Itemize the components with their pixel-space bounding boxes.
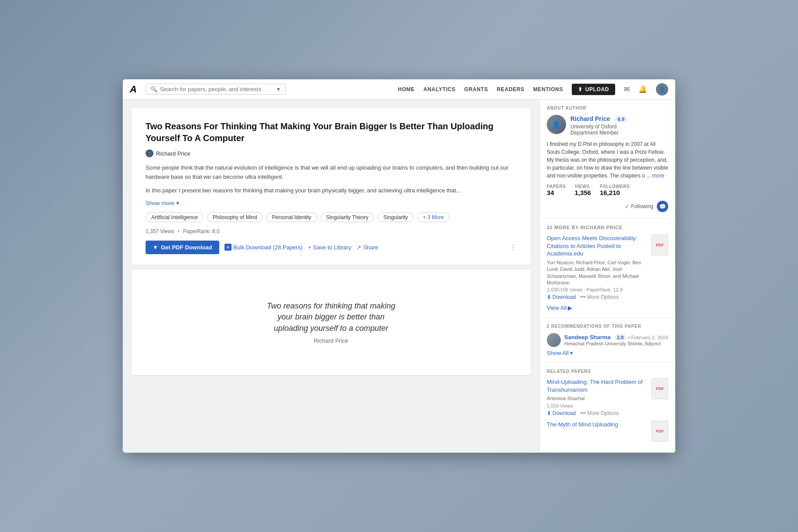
about-author-label: ABOUT AUTHOR	[547, 106, 668, 110]
featured-paper-title[interactable]: Open Access Meets Discoverability: Citat…	[547, 234, 648, 258]
navbar: A 🔍 ▼ HOME ANALYTICS GRANTS READERS MENT…	[123, 79, 675, 99]
related-paper-1-title[interactable]: Mind-Uploading: The Hard Problem of Tran…	[547, 378, 648, 394]
actions-row: ▼ Get PDF Download A Bulk Download (28 P…	[146, 241, 517, 254]
author-department: Department Member	[570, 130, 668, 136]
recommendations-label: 2 RECOMMENDATIONS OF THIS PAPER	[547, 324, 668, 329]
related-paper-1: Mind-Uploading: The Hard Problem of Tran…	[547, 378, 668, 416]
recommendations-section: 2 RECOMMENDATIONS OF THIS PAPER Sandeep …	[540, 318, 675, 363]
browser-window: A 🔍 ▼ HOME ANALYTICS GRANTS READERS MENT…	[123, 79, 675, 453]
nav-readers[interactable]: READERS	[497, 86, 524, 92]
paper-title: Two Reasons For Thinking That Making You…	[146, 121, 517, 144]
search-dropdown-icon[interactable]: ▼	[276, 86, 281, 92]
upload-icon: ⬆	[578, 86, 583, 92]
search-bar[interactable]: 🔍 ▼	[146, 84, 286, 95]
related-papers-label: RELATED PAPERS	[547, 369, 668, 374]
recommender-info: Sandeep Sharma 2.8 • February 2, 2019 Hi…	[564, 333, 668, 346]
featured-download-link[interactable]: ⬇ Download	[547, 294, 576, 300]
search-icon: 🔍	[150, 86, 157, 92]
views-stat: VIEWS 1,356	[574, 184, 591, 196]
stats-row: 1,357 Views • PaperRank: 8.0	[146, 228, 517, 234]
nav-home[interactable]: HOME	[398, 86, 414, 92]
followers-count: 16,210	[600, 189, 630, 196]
share-button[interactable]: ↗ Share	[356, 244, 378, 251]
featured-paper-actions: ⬇ Download ••• More Options	[547, 294, 648, 300]
related-papers-section: RELATED PAPERS Mind-Uploading: The Hard …	[540, 363, 675, 452]
show-more-link[interactable]: Show more ▾	[146, 200, 517, 206]
papers-stat: PAPERS 34	[547, 184, 566, 196]
nav-analytics[interactable]: ANALYTICS	[424, 86, 456, 92]
upload-button[interactable]: ⬆ UPLOAD	[572, 84, 615, 95]
featured-paper-info: Open Access Meets Discoverability: Citat…	[547, 234, 648, 300]
author-name-sidebar[interactable]: Richard Price	[570, 115, 610, 122]
save-to-library-button[interactable]: + Save to Library	[308, 244, 351, 251]
search-input[interactable]	[160, 86, 271, 92]
bell-icon[interactable]: 🔔	[638, 85, 647, 93]
paper-card: Two Reasons For Thinking That Making You…	[132, 108, 531, 264]
author-details: Richard Price 6.9 University of Oxford D…	[570, 115, 668, 136]
bulk-download-button[interactable]: A Bulk Download (28 Papers)	[224, 244, 303, 251]
featured-paper-authors: Yuri Niyazov, Richard Price, Carl Vogel,…	[547, 259, 648, 287]
related-paper-2: The Myth of Mind Uploading PDF	[547, 421, 668, 442]
tag-singularity[interactable]: Singularity	[378, 213, 413, 222]
paperrank: PaperRank: 8.0	[183, 228, 219, 234]
nav-grants[interactable]: GRANTS	[464, 86, 488, 92]
sidebar: ABOUT AUTHOR 👤 Richard Price 6.9 Univers…	[539, 99, 675, 453]
related-paper-2-title[interactable]: The Myth of Mind Uploading	[547, 421, 648, 429]
message-button[interactable]: 💬	[657, 201, 668, 212]
author-affiliation: University of Oxford	[570, 124, 668, 130]
avatar-image: 👤	[659, 86, 666, 92]
message-icon: 💬	[659, 203, 666, 210]
get-pdf-button[interactable]: ▼ Get PDF Download	[146, 241, 219, 254]
author-bio: I finished my D.Phil in philosophy in 20…	[547, 140, 668, 180]
about-author-section: ABOUT AUTHOR 👤 Richard Price 6.9 Univers…	[540, 99, 675, 219]
nav-mentions[interactable]: MENTIONS	[533, 86, 563, 92]
preview-title: Two reasons for thinking that making you…	[261, 301, 401, 334]
logo: A	[130, 85, 137, 94]
views-count-sidebar: 1,356	[574, 189, 591, 196]
chevron-down-icon: ▾	[176, 200, 179, 206]
related-more-options-1[interactable]: ••• More Options	[580, 410, 619, 416]
featured-more-options[interactable]: ••• More Options	[580, 294, 619, 300]
show-all-link[interactable]: Show All ▾	[547, 350, 668, 356]
related-paper-1-info: Mind-Uploading: The Hard Problem of Tran…	[547, 378, 648, 416]
plus-icon: +	[308, 244, 311, 251]
featured-paper-thumbnail: PDF	[652, 234, 668, 255]
nav-links: HOME ANALYTICS GRANTS READERS MENTIONS ⬆…	[398, 83, 668, 96]
more-by-section: 32 MORE BY RICHARD PRICE Open Access Mee…	[540, 219, 675, 318]
user-avatar[interactable]: 👤	[656, 83, 668, 96]
featured-paper-stats: 2,030,106 Views · PaperRank: 12.9	[547, 287, 648, 292]
tag-ai[interactable]: Artificial Intelligence	[146, 213, 203, 222]
tag-identity[interactable]: Personal Identity	[266, 213, 317, 222]
related-download-1[interactable]: ⬇ Download	[547, 410, 576, 416]
more-tags[interactable]: + 3 More	[417, 213, 449, 222]
more-menu-button[interactable]: ⋮	[509, 243, 517, 252]
papers-count: 34	[547, 189, 566, 196]
chevron-down-icon: ▾	[570, 350, 573, 356]
tag-singularity-theory[interactable]: Singularity Theory	[321, 213, 374, 222]
mail-icon[interactable]: ✉	[624, 85, 630, 93]
paper-author-name[interactable]: Richard Price	[156, 150, 190, 157]
recommender-avatar[interactable]	[547, 333, 561, 347]
more-by-label: 32 MORE BY RICHARD PRICE	[547, 225, 668, 230]
author-stats: PAPERS 34 VIEWS 1,356 FOLLOWERS 16,210	[547, 184, 668, 196]
download-icon: ▼	[153, 244, 158, 251]
paper-author-row: 👤 Richard Price	[146, 149, 517, 157]
checkmark-icon: ✓	[625, 203, 629, 209]
main-content: Two Reasons For Thinking That Making You…	[123, 99, 675, 453]
paper-preview-card: Two reasons for thinking that making you…	[132, 270, 531, 375]
paper-abstract-2: In this paper I present two reasons for …	[146, 186, 517, 195]
following-button[interactable]: ✓ Following	[625, 203, 653, 209]
chevron-right-icon: ▶	[568, 305, 572, 311]
share-icon: ↗	[356, 244, 361, 251]
recommender-name[interactable]: Sandeep Sharma	[564, 334, 611, 340]
tag-philosophy[interactable]: Philosophy of Mind	[207, 213, 263, 222]
related-paper-1-views: 1,016 Views	[547, 403, 648, 408]
recommender-badge: 2.8	[614, 334, 626, 340]
recommendation-date: • February 2, 2019	[628, 335, 668, 340]
author-photo[interactable]: 👤	[547, 115, 566, 134]
view-all-link[interactable]: View All ▶	[547, 305, 668, 311]
recommender-affiliation: Himachal Pradesh University Shimla, Adju…	[564, 341, 668, 346]
download-icon-1: ⬇	[547, 410, 551, 416]
bio-more-link[interactable]: more	[652, 173, 664, 179]
download-arrow-icon: ⬇	[547, 294, 551, 300]
